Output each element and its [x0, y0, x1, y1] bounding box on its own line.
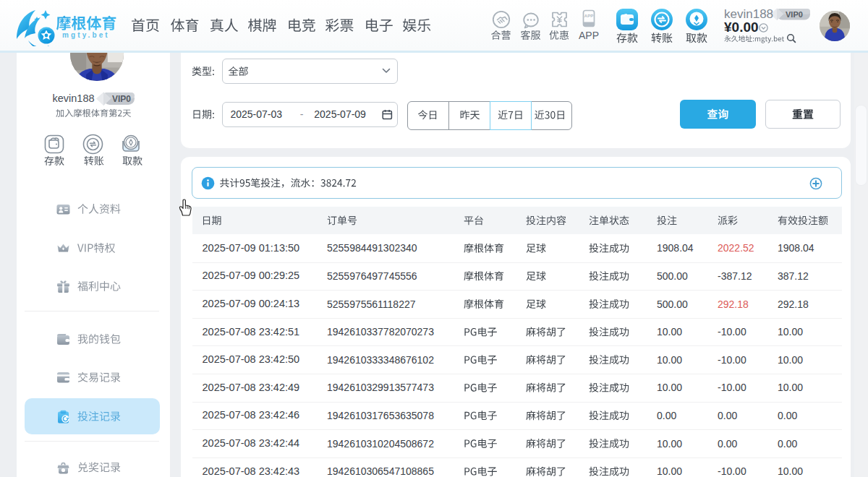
svg-text:APP: APP — [584, 14, 593, 18]
